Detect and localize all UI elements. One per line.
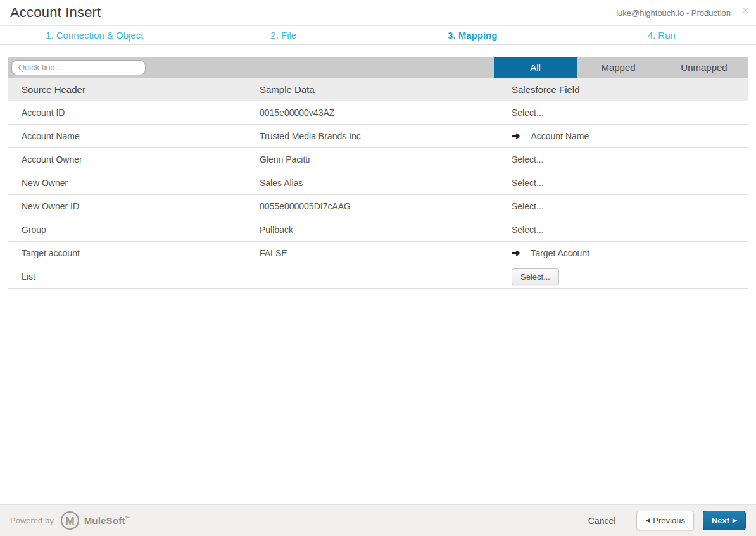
select-field-button[interactable]: Select... — [512, 268, 559, 285]
close-icon[interactable]: × — [740, 4, 751, 17]
step-mapping[interactable]: 3. Mapping — [378, 30, 567, 41]
select-field-link[interactable]: Select... — [512, 108, 544, 118]
mulesoft-wordmark: MuleSoft™ — [84, 515, 130, 526]
filter-tab-mapped[interactable]: Mapped — [577, 57, 660, 78]
mapped-arrow-icon: ➜ — [512, 248, 520, 258]
table-row: New Owner ID 0055e000005DI7cAAG Select..… — [8, 195, 748, 218]
table-row: Target account FALSE ➜ Target Account — [8, 242, 748, 265]
column-header-sample: Sample Data — [260, 84, 512, 95]
source-header-cell: New Owner ID — [8, 201, 260, 211]
powered-by-label: Powered by — [10, 516, 54, 525]
sample-data-cell: 0055e000005DI7cAAG — [260, 201, 512, 211]
table-row: Group Pullback Select... — [8, 218, 748, 242]
source-header-cell: Account Name — [8, 131, 260, 141]
mapped-field-label[interactable]: Account Name — [531, 131, 589, 141]
sample-data-cell: Sales Alias — [260, 178, 512, 188]
quick-find-input[interactable] — [11, 60, 146, 75]
previous-button[interactable]: ◀ Previous — [636, 511, 694, 530]
sample-data-cell: Glenn Pacitti — [260, 154, 512, 165]
window-header: Account Insert luke@hightouch.io - Produ… — [0, 0, 756, 26]
mapped-arrow-icon: ➜ — [512, 131, 520, 141]
step-connection-object[interactable]: 1. Connection & Object — [0, 30, 189, 41]
footer-bar: Powered by M MuleSoft™ Cancel ◀ Previous… — [0, 504, 756, 536]
source-header-cell: List — [8, 271, 260, 282]
mapping-toolbar: All Mapped Unmapped — [8, 57, 748, 78]
source-header-cell: Target account — [8, 248, 260, 258]
sample-data-cell: 0015e00000v43AZ — [260, 108, 512, 118]
account-info: luke@hightouch.io - Production — [616, 8, 746, 18]
mapping-panel: All Mapped Unmapped Source Header Sample… — [8, 57, 748, 289]
previous-button-label: Previous — [653, 516, 685, 525]
mulesoft-logo-icon: M — [60, 511, 80, 530]
step-run[interactable]: 4. Run — [567, 30, 756, 41]
table-row: List Select... — [8, 265, 748, 289]
table-row: Account ID 0015e00000v43AZ Select... — [8, 101, 748, 125]
previous-arrow-icon: ◀ — [645, 518, 650, 523]
sample-data-cell: FALSE — [260, 248, 512, 258]
sample-data-cell: Pullback — [260, 225, 512, 235]
filter-tabs: All Mapped Unmapped — [494, 57, 748, 78]
source-header-cell: New Owner — [8, 178, 260, 188]
source-header-cell: Account ID — [8, 108, 260, 118]
footer-actions: Cancel ◀ Previous Next ▶ — [588, 511, 746, 530]
filter-tab-unmapped[interactable]: Unmapped — [660, 57, 748, 78]
table-row: Account Name Trusted Media Brands Inc ➜ … — [8, 125, 748, 148]
sample-data-cell: Trusted Media Brands Inc — [260, 131, 512, 141]
column-header-source: Source Header — [8, 84, 260, 95]
select-field-link[interactable]: Select... — [512, 178, 544, 188]
table-row: New Owner Sales Alias Select... — [8, 171, 748, 195]
mapped-field-label[interactable]: Target Account — [531, 248, 589, 258]
wizard-steps: 1. Connection & Object 2. File 3. Mappin… — [0, 26, 756, 45]
next-button-label: Next — [712, 516, 729, 525]
column-header-salesforce-field: Salesforce Field — [512, 84, 748, 95]
source-header-cell: Group — [8, 225, 260, 235]
table-header-row: Source Header Sample Data Salesforce Fie… — [8, 78, 748, 101]
cancel-button[interactable]: Cancel — [588, 516, 616, 526]
next-button[interactable]: Next ▶ — [703, 511, 746, 530]
filter-tab-all[interactable]: All — [494, 57, 577, 78]
source-header-cell: Account Owner — [8, 154, 260, 165]
select-field-link[interactable]: Select... — [512, 225, 544, 235]
table-row: Account Owner Glenn Pacitti Select... — [8, 148, 748, 171]
step-file[interactable]: 2. File — [189, 30, 379, 41]
page-title: Account Insert — [10, 4, 101, 21]
select-field-link[interactable]: Select... — [512, 201, 544, 211]
select-field-link[interactable]: Select... — [512, 154, 544, 165]
next-arrow-icon: ▶ — [733, 518, 737, 523]
svg-text:M: M — [65, 515, 74, 527]
